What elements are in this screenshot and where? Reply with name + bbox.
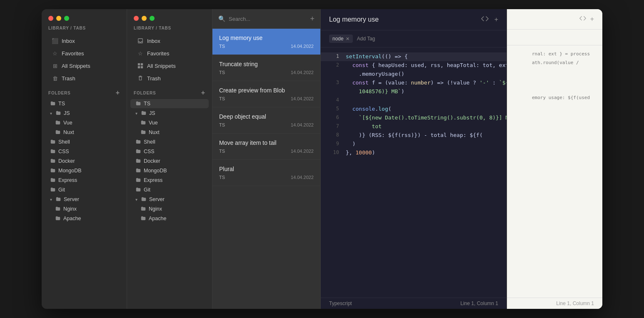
folder-ts-left[interactable]: TS [45,99,123,108]
snippet-title-5: Move array item to tail [219,139,314,146]
folder-icon-vue [140,120,146,126]
folder-git-left[interactable]: Git [45,185,123,194]
folder-css-left[interactable]: CSS [45,147,123,156]
add-snippet-button[interactable]: + [310,15,315,22]
folder-icon-git [135,187,141,193]
grid-icon [137,62,144,69]
code-view-button-right[interactable] [579,15,586,23]
snippet-date-1: 14.04.2022 [291,44,314,49]
folder-express-left[interactable]: Express [45,176,123,185]
inbox-icon-left: ⬛ [52,37,58,44]
editor-title: Log memory use [329,16,379,23]
snippet-item-plural[interactable]: Plural TS 14.04.2022 [212,160,320,186]
folder-apache-left[interactable]: Apache [45,214,123,223]
folder-icon-express-left [50,177,56,183]
folder-vue[interactable]: Vue [130,118,209,127]
tag-label-node: node [332,36,344,42]
snippet-date-2: 14.04.2022 [291,70,314,75]
star-icon-left: ☆ [52,50,58,57]
add-tag-button[interactable]: Add Tag [357,36,375,42]
sidebar-item-inbox[interactable]: Inbox [130,35,209,47]
folder-express[interactable]: Express [130,176,209,185]
editor-header-right: + [507,9,602,30]
folder-ts[interactable]: TS [130,99,209,108]
add-editor-button[interactable]: + [494,16,498,23]
snippet-meta-3: TS 14.04.2022 [219,96,314,101]
folder-server[interactable]: ▾ Server [130,195,209,204]
snippets-panel: 🔍 + Log memory use TS 14.04.2022 Truncat… [212,9,321,309]
snippet-item-deep-object[interactable]: Deep object equal TS 14.04.2022 [212,107,320,134]
snippet-meta-6: TS 14.04.2022 [219,175,314,180]
folder-icon-shell-left [50,139,56,145]
code-line-10: 10 }, 10000) [321,149,507,157]
snippet-item-log-memory[interactable]: Log memory use TS 14.04.2022 [212,29,320,55]
code-line-7: 7 tot [321,122,507,131]
folder-nginx-left[interactable]: Nginx [45,204,123,214]
folder-icon-express [135,177,141,183]
folder-server-left[interactable]: ▾ Server [45,195,123,204]
traffic-light-red[interactable] [48,16,53,21]
traffic-light-red-main[interactable] [134,16,139,21]
code-editor[interactable]: 1 setInterval(() => { 2 const { heapUsed… [321,47,507,298]
folder-vue-left[interactable]: Vue [45,118,123,127]
sidebar-item-favorites-left[interactable]: ☆ Favorites [45,47,123,59]
svg-rect-3 [138,66,140,68]
snippet-item-create-preview[interactable]: Create preview from Blob TS 14.04.2022 [212,81,320,107]
folder-icon-server-left [55,196,61,202]
traffic-light-green-main[interactable] [150,16,155,21]
folder-tree: TS ▾ JS Vue Nuxt Shell CSS [127,99,212,309]
add-editor-button-right[interactable]: + [590,15,594,23]
search-input[interactable] [229,16,307,22]
snippet-date-6: 14.04.2022 [291,175,314,180]
traffic-light-yellow-main[interactable] [142,16,147,21]
remove-tag-button[interactable]: ✕ [346,36,349,42]
folder-icon-mongodb [135,168,141,174]
folder-mongodb-left[interactable]: MongoDB [45,166,123,175]
folder-js-left[interactable]: ▾ JS [45,109,123,118]
folder-nuxt-left[interactable]: Nuxt [45,128,123,137]
snippet-date-5: 14.04.2022 [291,149,314,154]
editor-footer: Typescript Line 1, Column 1 [321,298,507,309]
snippet-meta-2: TS 14.04.2022 [219,70,314,75]
sidebar-item-all-snippets[interactable]: All Snippets [130,60,209,72]
code-editor-right: rnal: ext } = process ath.round(value / … [507,45,602,298]
search-icon: 🔍 [218,15,225,22]
trash-icon-left: 🗑 [52,75,58,82]
snippet-item-truncate[interactable]: Truncate string TS 14.04.2022 [212,55,320,81]
folder-shell[interactable]: Shell [130,137,209,147]
trash-icon [137,75,144,82]
snippet-item-move-array[interactable]: Move array item to tail TS 14.04.2022 [212,134,320,160]
folder-apache[interactable]: Apache [130,214,209,223]
folder-docker-left[interactable]: Docker [45,157,123,166]
folder-shell-left[interactable]: Shell [45,137,123,147]
sidebar-item-favorites[interactable]: ☆ Favorites [130,47,209,59]
code-line-right-6: emory usage: ${f(used [507,94,602,103]
folder-tree-left: TS ▾ JS Vue Nuxt Shell CSS [42,99,127,309]
sidebar-item-all-snippets-left[interactable]: ⊞ All Snippets [45,60,123,72]
folder-css[interactable]: CSS [130,147,209,156]
folder-icon-js-left [55,110,61,116]
folder-icon-docker-left [50,158,56,164]
traffic-light-yellow[interactable] [56,16,61,21]
folder-git[interactable]: Git [130,185,209,194]
snippet-lang-6: TS [219,175,225,180]
folder-icon-nuxt-left [55,129,61,135]
folder-docker[interactable]: Docker [130,157,209,166]
folder-add-button[interactable]: + [201,89,205,96]
code-line-right-1: rnal: ext } = process [507,50,602,59]
folder-nuxt[interactable]: Nuxt [130,128,209,137]
folder-icon-mongodb-left [50,168,56,174]
folder-mongodb[interactable]: MongoDB [130,166,209,175]
code-line-right-4 [507,77,602,85]
sidebar-item-trash[interactable]: Trash [130,72,209,84]
code-view-button[interactable] [481,15,489,24]
folder-nginx[interactable]: Nginx [130,204,209,214]
folder-js[interactable]: ▾ JS [130,109,209,118]
traffic-light-green[interactable] [64,16,69,21]
folder-add-btn-left[interactable]: + [116,89,120,96]
sidebar-item-trash-left[interactable]: 🗑 Trash [45,72,123,84]
search-bar: 🔍 + [212,9,320,29]
sidebar-item-inbox-left[interactable]: ⬛ Inbox [45,35,123,47]
code-line-3: 3 const f = (value: number) => (!value ?… [321,79,507,87]
library-panel-label: LIBRARY / TABS [127,26,212,35]
